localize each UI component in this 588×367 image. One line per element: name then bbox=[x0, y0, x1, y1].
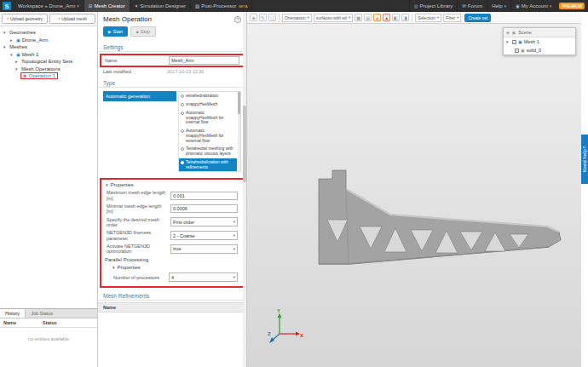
orientation-label: Orientation bbox=[285, 15, 305, 20]
project-library-icon: ◎ bbox=[414, 3, 418, 9]
annotation-box-operation-1: ☸ Operation 1 bbox=[20, 72, 58, 79]
type-option-tet-refinements[interactable]: Tetrahedralization with refinements bbox=[179, 158, 237, 172]
highlight-faces-icon[interactable]: ▲ bbox=[373, 14, 381, 21]
chevron-down-icon: ▾ bbox=[349, 15, 350, 20]
type-option-snappy-internal[interactable]: Automatic snappyHexMesh for internal flo… bbox=[179, 109, 237, 127]
workspace-label: Workspace » Drone_Arm bbox=[18, 3, 75, 9]
tree-item-mesh-operations[interactable]: ▾ Mesh Operations bbox=[0, 66, 97, 73]
scene-tree-panel: ◈ ◉ Scene ▾ ✓ ▣ Mesh 1 ✓ ▣ solid_0 bbox=[503, 27, 576, 55]
fit-view-icon[interactable]: ⊕ bbox=[250, 14, 257, 21]
simscale-logo-icon[interactable]: S bbox=[3, 2, 11, 10]
caret-down-icon[interactable]: ▾ bbox=[3, 30, 8, 35]
type-option-snappyhexmesh[interactable]: snappyHexMesh bbox=[179, 100, 237, 109]
workspace-dropdown[interactable]: Workspace » Drone_Arm ▾ bbox=[14, 0, 84, 12]
axis-z-label: Z bbox=[268, 331, 271, 336]
need-help-tab[interactable]: Need help? bbox=[581, 135, 588, 184]
help-icon[interactable]: ? bbox=[234, 16, 241, 23]
tree-item-geometries[interactable]: ▾ Geometries bbox=[0, 29, 97, 37]
visibility-icon[interactable]: ◉ bbox=[512, 30, 516, 35]
surface-view-icon[interactable]: ▤ bbox=[364, 14, 372, 21]
mesh-order-select[interactable]: First order ▾ bbox=[170, 217, 238, 227]
tab-post-processor[interactable]: ▧ Post-Processor BETA bbox=[191, 0, 252, 12]
type-option-tetrahedralization[interactable]: tetrahedralization bbox=[179, 92, 237, 100]
pin-icon[interactable]: ◈ bbox=[506, 30, 510, 35]
type-heading: Type bbox=[98, 78, 246, 88]
help-menu[interactable]: Help ▾ bbox=[487, 0, 510, 12]
type-option-tet-prismatic[interactable]: Tetrahedral meshing with prismatic visco… bbox=[179, 145, 237, 158]
fineness-select[interactable]: 2 - Coarse ▾ bbox=[170, 231, 238, 240]
mesh-order-row: Specify the desired mesh order First ord… bbox=[103, 216, 241, 229]
type-selector: Automatic generation tetrahedralization … bbox=[98, 89, 246, 175]
caret-right-icon[interactable]: ▸ bbox=[15, 59, 20, 64]
name-input[interactable] bbox=[169, 56, 239, 65]
project-library-label: Project Library bbox=[420, 3, 453, 9]
type-group-automatic-generation[interactable]: Automatic generation bbox=[103, 91, 176, 101]
select-value: 4 bbox=[171, 275, 174, 280]
tree-item-drone-arm[interactable]: ▸ ▣ Drone_Arm bbox=[0, 37, 97, 44]
sub-properties-heading[interactable]: ▼ Properties bbox=[101, 263, 243, 271]
processors-select[interactable]: 4 ▾ bbox=[169, 272, 238, 282]
tab-job-status[interactable]: Job Status bbox=[26, 309, 58, 318]
solid-cube-icon: ▣ bbox=[521, 48, 525, 53]
tab-simulation-designer[interactable]: ✦ Simulation Designer bbox=[130, 0, 191, 12]
render-mode-label: surfaces with ed bbox=[316, 15, 347, 20]
upload-mesh-label: Upload mesh bbox=[61, 16, 86, 21]
viewport-canvas[interactable]: ⊕ ↻ ▢ Orientation ▾ surfaces with ed ▾ ▦… bbox=[247, 12, 581, 367]
upload-geometry-label: Upload geometry bbox=[10, 16, 43, 21]
processors-row: Number of processors 4 ▾ bbox=[103, 272, 241, 283]
chevron-down-icon: ▾ bbox=[233, 233, 235, 238]
netgen-optimization-label: Activate NETGEN3D optimization bbox=[107, 244, 168, 255]
stop-label: Stop bbox=[141, 29, 150, 34]
caret-down-icon[interactable]: ▾ bbox=[10, 52, 14, 57]
scene-item-solid-0[interactable]: ✓ ▣ solid_0 bbox=[504, 46, 575, 54]
panel-scrollbar[interactable] bbox=[243, 12, 246, 367]
name-label: Name bbox=[105, 58, 166, 63]
tree-item-topological-entity-sets[interactable]: ▸ Topological Entity Sets bbox=[0, 58, 97, 66]
tab-history[interactable]: History bbox=[0, 309, 26, 318]
orientation-dropdown[interactable]: Orientation ▾ bbox=[282, 14, 312, 22]
max-edge-length-input[interactable] bbox=[170, 192, 238, 200]
selection-dropdown[interactable]: Selection ▾ bbox=[415, 14, 441, 22]
play-icon: ▶ bbox=[108, 30, 111, 34]
collapse-icon: ▼ bbox=[105, 183, 108, 187]
tab-mesh-creator[interactable]: ⊞ Mesh Creator bbox=[84, 0, 130, 12]
forum-button[interactable]: ✉ Forum bbox=[457, 0, 487, 12]
box-select-icon[interactable]: ▢ bbox=[268, 14, 276, 21]
checkbox-solid-0[interactable]: ✓ bbox=[515, 49, 519, 53]
type-option-snappy-external[interactable]: Automatic snappyHexMesh for external flo… bbox=[179, 127, 237, 145]
reset-view-icon[interactable]: ↻ bbox=[259, 14, 267, 21]
axis-x-label: X bbox=[300, 333, 303, 338]
mesh-view-icon[interactable]: ▦ bbox=[355, 14, 362, 21]
render-mode-dropdown[interactable]: surfaces with ed ▾ bbox=[314, 14, 353, 22]
filter-dropdown[interactable]: Filter ▾ bbox=[443, 14, 461, 22]
fineness-label: NETGEN3D fineness parameter bbox=[107, 230, 168, 241]
clip-left-icon[interactable]: ◧ bbox=[392, 14, 400, 21]
stop-button[interactable]: ■ Stop bbox=[130, 26, 156, 37]
tree-item-operation-1[interactable]: ☸ Operation 1 bbox=[0, 72, 97, 80]
upload-geometry-button[interactable]: ↑ Upload geometry bbox=[2, 14, 48, 24]
min-edge-length-input[interactable] bbox=[170, 204, 238, 213]
project-library-button[interactable]: ◎ Project Library bbox=[409, 0, 458, 12]
processors-label: Number of processors bbox=[113, 275, 166, 280]
highlight-edges-icon[interactable]: ▲ bbox=[383, 14, 390, 21]
scene-item-mesh-1[interactable]: ▾ ✓ ▣ Mesh 1 bbox=[504, 37, 575, 46]
option-label: Automatic snappyHexMesh for internal flo… bbox=[186, 111, 235, 125]
caret-right-icon[interactable]: ▸ bbox=[10, 37, 14, 43]
checkbox-mesh-1[interactable]: ✓ bbox=[512, 40, 516, 44]
caret-down-icon[interactable]: ▾ bbox=[506, 39, 510, 44]
netgen-optimization-select[interactable]: true ▾ bbox=[170, 244, 238, 254]
tree-item-mesh-1[interactable]: ▾ ▣ Mesh 1 bbox=[0, 51, 97, 59]
my-account-menu[interactable]: ◉ My Account ▾ bbox=[510, 0, 556, 12]
properties-heading[interactable]: ▼ Properties bbox=[101, 181, 243, 188]
type-options-scrollbar[interactable] bbox=[238, 92, 240, 171]
caret-down-icon[interactable]: ▾ bbox=[3, 44, 8, 49]
chevron-down-icon: ▾ bbox=[233, 275, 235, 279]
create-set-button[interactable]: Create set bbox=[464, 14, 491, 22]
start-button[interactable]: ▶ Start bbox=[103, 26, 128, 37]
caret-down-icon[interactable]: ▾ bbox=[15, 66, 20, 72]
clip-right-icon[interactable]: ◨ bbox=[401, 14, 409, 21]
action-buttons: ▶ Start ■ Stop bbox=[98, 25, 246, 39]
upload-icon: ↑ bbox=[58, 16, 61, 21]
upload-mesh-button[interactable]: ↑ Upload mesh bbox=[49, 14, 95, 24]
tree-item-meshes[interactable]: ▾ Meshes bbox=[0, 43, 97, 51]
